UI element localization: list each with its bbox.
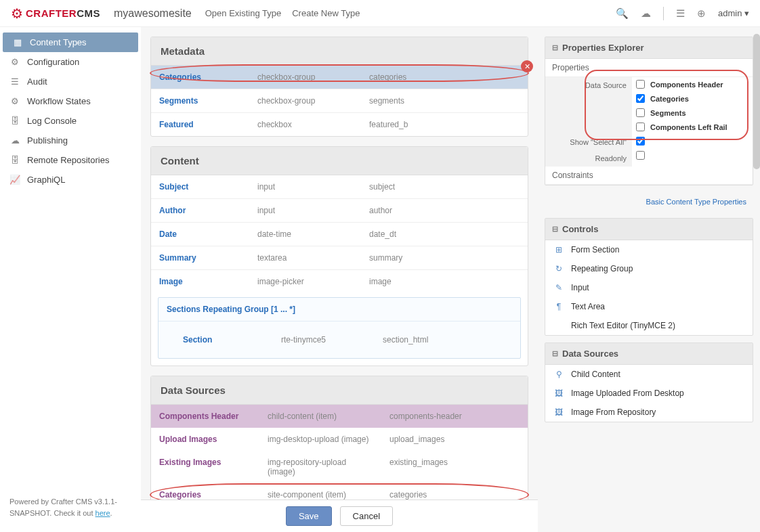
- datasource-row-components-header[interactable]: Components Headerchild-content (item)com…: [151, 405, 528, 428]
- control-icon: ⊞: [553, 245, 564, 254]
- datasource-row-categories[interactable]: Categoriessite-component (item)categorie…: [151, 483, 528, 500]
- menu-icon[interactable]: ☰: [676, 7, 685, 20]
- topbar: ⚙ CRAFTERCMS myawesomesite Open Existing…: [0, 0, 760, 27]
- control-input[interactable]: ✎Input: [545, 278, 753, 297]
- sidebar-item-content-types[interactable]: ▦Content Types: [3, 32, 138, 52]
- cloud-icon[interactable]: ☁: [641, 7, 651, 20]
- field-row-section[interactable]: Section rte-tinymce5 section_html: [159, 322, 520, 358]
- control-icon: ↻: [553, 264, 564, 273]
- sidebar: ▦Content Types⚙Configuration☰Audit⚙Workf…: [0, 27, 141, 532]
- repeating-group-header: Sections Repeating Group [1 ... *]: [159, 298, 520, 322]
- site-name: myawesomesite: [114, 7, 192, 20]
- properties-subheader: Properties: [545, 59, 753, 77]
- footer-link[interactable]: here: [96, 509, 110, 517]
- metadata-panel: Metadata Categories checkbox-group categ…: [150, 37, 528, 137]
- logo[interactable]: ⚙ CRAFTERCMS: [11, 5, 100, 22]
- show-select-all-label: Show "Select All": [545, 134, 632, 150]
- db-icon: 🗄: [9, 116, 20, 126]
- chart-icon: 📈: [9, 175, 20, 185]
- datasource-row-existing_images[interactable]: Existing Imagesimg-repository-upload (im…: [151, 451, 528, 483]
- readonly-label: Readonly: [545, 150, 632, 167]
- field-row-segments[interactable]: Segments checkbox-group segments: [151, 89, 528, 113]
- gear-logo-icon: ⚙: [11, 5, 23, 22]
- scrollbar[interactable]: [753, 34, 760, 169]
- field-row-author[interactable]: Authorinputauthor: [151, 199, 528, 223]
- field-row-categories[interactable]: Categories checkbox-group categories ✕: [151, 66, 528, 89]
- user-menu[interactable]: admin ▾: [718, 8, 749, 18]
- datasources-palette: ⊟Data Sources ⚲Child Content🖼Image Uploa…: [545, 342, 753, 422]
- save-button[interactable]: Save: [286, 506, 332, 526]
- control-repeating-group[interactable]: ↻Repeating Group: [545, 259, 753, 278]
- sidebar-item-remote-repositories[interactable]: 🗄Remote Repositories: [0, 150, 141, 170]
- list-icon: ☰: [9, 76, 20, 87]
- datasource-child-content[interactable]: ⚲Child Content: [545, 365, 753, 384]
- globe-icon[interactable]: ⊕: [697, 7, 706, 20]
- search-icon[interactable]: 🔍: [616, 7, 629, 20]
- control-form-section[interactable]: ⊞Form Section: [545, 240, 753, 259]
- panel-header: Content: [151, 147, 528, 175]
- field-row-featured[interactable]: Featured checkbox featured_b: [151, 113, 528, 136]
- control-text-area[interactable]: ¶Text Area: [545, 297, 753, 316]
- control-rich-text-editor-tinymce-2-[interactable]: Rich Text Editor (TinyMCE 2): [545, 316, 753, 335]
- bottombar: Save Cancel: [141, 500, 538, 532]
- control-icon: ¶: [553, 302, 564, 311]
- properties-explorer: ⊟Properties Explorer Properties Data Sou…: [545, 37, 753, 185]
- datasource-option-checkbox[interactable]: [636, 123, 645, 131]
- field-row-image[interactable]: Imageimage-pickerimage: [151, 270, 528, 293]
- basic-properties-link[interactable]: Basic Content Type Properties: [545, 192, 753, 211]
- sidebar-item-log-console[interactable]: 🗄Log Console: [0, 111, 141, 131]
- create-new-type-link[interactable]: Create New Type: [292, 8, 360, 18]
- show-select-all-checkbox[interactable]: [636, 137, 645, 146]
- datasources-panel: Data Sources Components Headerchild-cont…: [150, 376, 528, 500]
- datasource-image-uploaded-from-desktop[interactable]: 🖼Image Uploaded From Desktop: [545, 384, 753, 403]
- collapse-icon[interactable]: ⊟: [552, 225, 558, 234]
- panel-header: Metadata: [151, 37, 528, 66]
- controls-panel: ⊟Controls ⊞Form Section↻Repeating Group✎…: [545, 218, 753, 336]
- th-icon: ▦: [12, 37, 23, 47]
- content-panel: Content SubjectinputsubjectAuthorinputau…: [150, 146, 528, 366]
- control-icon: ✎: [553, 283, 564, 292]
- datasource-option-checkbox[interactable]: [636, 80, 645, 89]
- sidebar-footer: Powered by Crafter CMS v3.1.1-SNAPSHOT. …: [0, 488, 141, 532]
- sidebar-item-workflow-states[interactable]: ⚙Workflow States: [0, 91, 141, 111]
- field-row-summary[interactable]: Summarytextareasummary: [151, 246, 528, 270]
- datasource-icon: 🖼: [553, 389, 564, 398]
- delete-icon[interactable]: ✕: [521, 60, 533, 72]
- field-row-subject[interactable]: Subjectinputsubject: [151, 175, 528, 199]
- db-icon: 🗄: [9, 155, 20, 165]
- datasource-option-checkbox[interactable]: [636, 94, 645, 103]
- datasource-icon: 🖼: [553, 407, 564, 417]
- datasource-row-upload_images[interactable]: Upload Imagesimg-desktop-upload (image)u…: [151, 428, 528, 451]
- datasource-option-checkbox[interactable]: [636, 108, 645, 117]
- field-row-date_dt[interactable]: Datedate-timedate_dt: [151, 223, 528, 246]
- cloud-icon: ☁: [9, 135, 20, 146]
- sidebar-item-publishing[interactable]: ☁Publishing: [0, 131, 141, 150]
- datasource-icon: ⚲: [553, 370, 564, 379]
- collapse-icon[interactable]: ⊟: [552, 349, 558, 358]
- open-existing-type-link[interactable]: Open Existing Type: [205, 8, 282, 18]
- repeating-group[interactable]: Sections Repeating Group [1 ... *] Secti…: [158, 297, 521, 359]
- gear-icon: ⚙: [9, 96, 20, 106]
- constraints-subheader: Constraints: [545, 167, 753, 185]
- sidebar-item-configuration[interactable]: ⚙Configuration: [0, 52, 141, 72]
- collapse-icon[interactable]: ⊟: [552, 43, 558, 52]
- gear-icon: ⚙: [9, 57, 20, 67]
- sidebar-item-audit[interactable]: ☰Audit: [0, 72, 141, 91]
- cancel-button[interactable]: Cancel: [340, 506, 393, 526]
- readonly-checkbox[interactable]: [636, 151, 645, 160]
- divider: [663, 7, 664, 20]
- data-source-label: Data Source: [545, 77, 632, 134]
- datasource-image-from-repository[interactable]: 🖼Image From Repository: [545, 403, 753, 422]
- sidebar-item-graphiql[interactable]: 📈GraphiQL: [0, 170, 141, 190]
- panel-header: Data Sources: [151, 376, 528, 405]
